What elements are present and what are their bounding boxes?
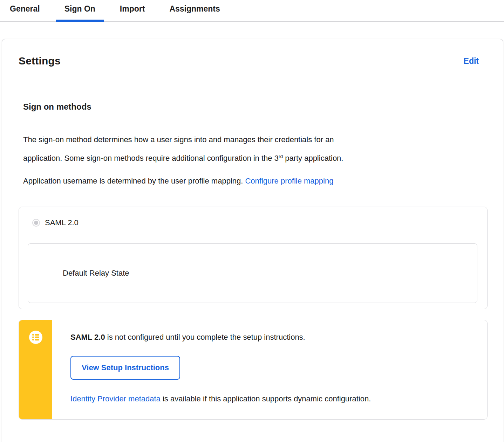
view-setup-instructions-button[interactable]: View Setup Instructions [70,356,180,380]
tab-sign-on[interactable]: Sign On [56,0,104,21]
saml-method-box: SAML 2.0 Default Relay State [19,207,488,309]
default-relay-state-panel: Default Relay State [28,243,477,303]
description-line-2: application. Some sign-on methods requir… [23,148,488,167]
callout-content: SAML 2.0 is not configured until you com… [52,320,487,419]
saml-radio-label: SAML 2.0 [45,218,79,227]
metadata-availability-text: Identity Provider metadata is available … [70,394,477,404]
configure-profile-mapping-link[interactable]: Configure profile mapping [245,177,333,185]
default-relay-state-label: Default Relay State [63,269,129,278]
callout-method-name: SAML 2.0 [70,333,105,341]
sign-on-methods-description: The sign-on method determines how a user… [23,131,488,167]
setup-instructions-callout: SAML 2.0 is not configured until you com… [19,320,488,420]
identity-provider-metadata-link[interactable]: Identity Provider metadata [70,394,161,403]
radio-dot [34,221,38,225]
description-line-1: The sign-on method determines how a user… [23,131,488,148]
sign-on-methods-heading: Sign on methods [23,102,488,112]
settings-header-row: Settings Edit [19,55,488,67]
ordinal-superscript: rd [279,154,283,159]
settings-card: Settings Edit Sign on methods The sign-o… [2,39,503,442]
callout-yellow-bar [19,320,52,419]
tab-general[interactable]: General [1,0,48,21]
callout-message: SAML 2.0 is not configured until you com… [70,332,477,343]
app-tab-bar: General Sign On Import Assignments [0,0,504,22]
username-mapping-text: Application username is determined by th… [23,176,488,186]
tab-import[interactable]: Import [111,0,154,21]
tab-assignments[interactable]: Assignments [161,0,228,21]
setup-instructions-list-icon [29,330,43,344]
edit-settings-link[interactable]: Edit [464,56,479,66]
radio-button-icon[interactable] [32,219,40,227]
saml-radio-row: SAML 2.0 [32,218,487,227]
settings-title: Settings [19,55,61,67]
